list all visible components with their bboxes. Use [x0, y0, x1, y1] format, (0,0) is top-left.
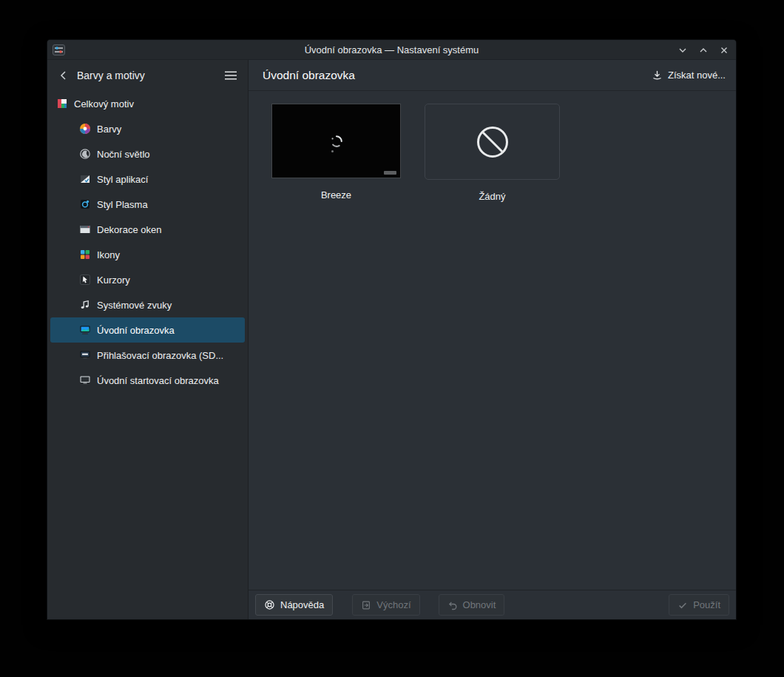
minimize-button[interactable]: [677, 44, 688, 55]
titlebar[interactable]: Úvodní obrazovka — Nastavení systému: [47, 40, 736, 60]
sidebar-item-application-style[interactable]: Styl aplikací: [50, 166, 245, 192]
sidebar-item-splash-screen[interactable]: Úvodní obrazovka: [50, 317, 245, 343]
prohibition-icon: [476, 125, 510, 159]
sidebar-item-label: Dekorace oken: [97, 224, 161, 235]
help-icon: [264, 599, 275, 610]
defaults-button-label: Výchozí: [376, 599, 410, 610]
sidebar-item-login-screen[interactable]: Přihlašovací obrazovka (SD...: [50, 343, 245, 368]
night-light-icon: [79, 148, 91, 160]
sidebar-item-label: Celkový motiv: [74, 98, 134, 110]
defaults-icon: [361, 600, 371, 610]
application-style-icon: [79, 173, 91, 185]
splash-item-label: Žádný: [479, 191, 505, 202]
window-title: Úvodní obrazovka — Nastavení systému: [47, 44, 736, 55]
system-sounds-icon: [79, 299, 91, 311]
sidebar-item-cursors[interactable]: Kurzory: [50, 267, 245, 292]
help-button[interactable]: Nápověda: [255, 594, 333, 616]
sidebar-item-label: Styl Plasma: [97, 199, 148, 210]
cursors-icon: [79, 274, 91, 286]
splash-item-breeze[interactable]: Breeze: [271, 104, 401, 201]
sidebar-item-label: Barvy: [97, 124, 121, 135]
checkmark-icon: [677, 600, 688, 610]
sidebar-item-colors[interactable]: Barvy: [50, 116, 245, 141]
help-button-label: Nápověda: [280, 599, 324, 610]
main-pane: Úvodní obrazovka Získat nové...: [249, 60, 736, 619]
sidebar-category-title: Barvy a motivy: [77, 70, 217, 81]
desktop-background: Úvodní obrazovka — Nastavení systému: [0, 0, 784, 677]
icons-icon: [79, 249, 91, 260]
maximize-button[interactable]: [697, 44, 709, 55]
splash-theme-grid: Breeze Žádný: [249, 91, 736, 590]
sidebar-item-label: Úvodní startovací obrazovka: [97, 375, 219, 386]
sidebar-item-window-decorations[interactable]: Dekorace oken: [50, 217, 245, 242]
sidebar-item-label: Noční světlo: [97, 149, 150, 160]
sidebar-item-plasma-style[interactable]: Styl Plasma: [50, 192, 245, 217]
boot-splash-icon: [79, 374, 91, 386]
apply-button-label: Použít: [693, 599, 720, 610]
close-button[interactable]: [718, 44, 729, 55]
sidebar-item-night-light[interactable]: Noční světlo: [50, 141, 245, 166]
defaults-button[interactable]: Výchozí: [352, 594, 419, 616]
apply-button[interactable]: Použít: [669, 594, 729, 616]
sidebar-item-icons[interactable]: Ikony: [50, 242, 245, 267]
reset-button-label: Obnovit: [463, 599, 496, 610]
sidebar-item-label: Kurzory: [97, 274, 130, 286]
sidebar-item-label: Ikony: [97, 249, 120, 260]
loading-dot: [331, 150, 334, 152]
page-title: Úvodní obrazovka: [263, 69, 650, 82]
global-theme-icon: [56, 98, 68, 110]
download-icon: [652, 70, 663, 81]
colors-icon: [79, 123, 91, 135]
window-body: Barvy a motivy: [47, 60, 736, 619]
sidebar: Barvy a motivy: [47, 60, 249, 619]
splash-item-none[interactable]: Žádný: [425, 104, 560, 202]
login-screen-icon: [79, 349, 91, 361]
window-controls: [677, 40, 729, 60]
main-header: Úvodní obrazovka Získat nové...: [249, 60, 736, 91]
none-preview-box[interactable]: [425, 104, 560, 180]
sidebar-item-label: Úvodní obrazovka: [97, 325, 175, 336]
sidebar-item-global-theme[interactable]: Celkový motiv: [50, 91, 245, 116]
splash-item-label: Breeze: [321, 189, 351, 201]
sidebar-item-label: Systémové zvuky: [97, 300, 172, 311]
hamburger-menu-button[interactable]: [223, 69, 238, 82]
plasma-style-icon: [79, 198, 91, 210]
get-new-label: Získat nové...: [668, 70, 726, 81]
sidebar-nav: Celkový motiv Barvy: [47, 91, 248, 393]
reset-button[interactable]: Obnovit: [439, 594, 505, 616]
sidebar-item-label: Styl aplikací: [97, 174, 148, 185]
system-settings-app-icon: [53, 44, 65, 56]
splash-screen-icon: [79, 324, 91, 336]
spinner-icon: [330, 135, 343, 148]
get-new-button[interactable]: Získat nové...: [650, 67, 727, 84]
sidebar-item-boot-splash[interactable]: Úvodní startovací obrazovka: [50, 368, 245, 393]
reset-icon: [447, 600, 458, 610]
window-decorations-icon: [79, 223, 91, 235]
system-settings-window: Úvodní obrazovka — Nastavení systému: [47, 40, 736, 619]
plasma-watermark: [384, 171, 396, 175]
sidebar-item-label: Přihlašovací obrazovka (SD...: [97, 350, 223, 361]
footer-button-bar: Nápověda Výchozí: [249, 590, 736, 619]
sidebar-item-system-sounds[interactable]: Systémové zvuky: [50, 292, 245, 317]
sidebar-header: Barvy a motivy: [47, 60, 248, 91]
breeze-preview-thumbnail[interactable]: [271, 104, 401, 178]
back-button[interactable]: [57, 69, 70, 82]
